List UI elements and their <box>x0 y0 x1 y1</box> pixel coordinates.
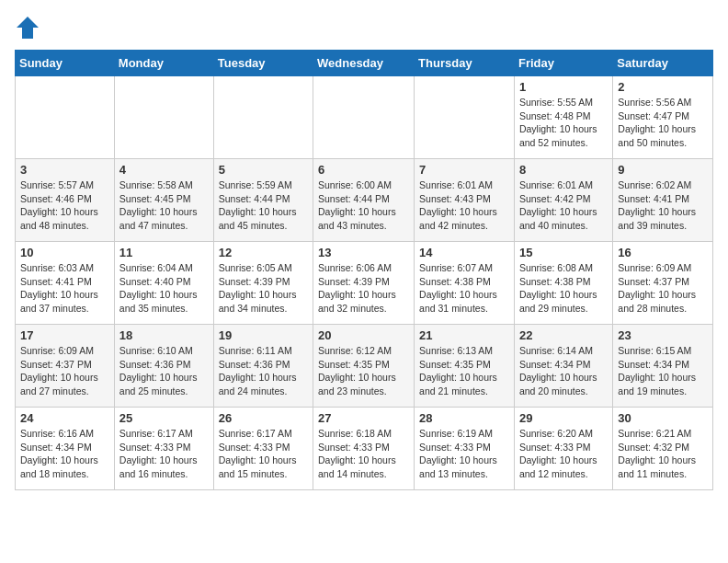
day-info: Sunrise: 6:12 AM Sunset: 4:35 PM Dayligh… <box>318 344 409 398</box>
calendar-cell <box>114 76 213 159</box>
day-number: 2 <box>618 80 708 94</box>
day-info: Sunrise: 5:56 AM Sunset: 4:47 PM Dayligh… <box>618 96 708 150</box>
calendar-cell <box>415 76 515 159</box>
weekday-header-row: SundayMondayTuesdayWednesdayThursdayFrid… <box>16 51 713 76</box>
day-info: Sunrise: 5:58 AM Sunset: 4:45 PM Dayligh… <box>119 178 209 233</box>
calendar-cell: 12Sunrise: 6:05 AM Sunset: 4:39 PM Dayli… <box>213 242 313 325</box>
weekday-header-thursday: Thursday <box>415 51 515 76</box>
calendar-cell: 25Sunrise: 6:17 AM Sunset: 4:33 PM Dayli… <box>114 408 213 490</box>
day-info: Sunrise: 5:55 AM Sunset: 4:48 PM Dayligh… <box>519 96 608 150</box>
day-info: Sunrise: 6:08 AM Sunset: 4:38 PM Dayligh… <box>519 261 608 316</box>
calendar-cell: 8Sunrise: 6:01 AM Sunset: 4:42 PM Daylig… <box>514 159 612 242</box>
calendar-cell <box>213 76 313 159</box>
week-row-4: 17Sunrise: 6:09 AM Sunset: 4:37 PM Dayli… <box>16 325 713 408</box>
day-info: Sunrise: 6:18 AM Sunset: 4:33 PM Dayligh… <box>318 427 409 481</box>
weekday-header-saturday: Saturday <box>613 51 713 76</box>
day-info: Sunrise: 6:07 AM Sunset: 4:38 PM Dayligh… <box>419 261 509 316</box>
day-info: Sunrise: 6:17 AM Sunset: 4:33 PM Dayligh… <box>119 427 209 481</box>
day-info: Sunrise: 6:06 AM Sunset: 4:39 PM Dayligh… <box>318 261 409 316</box>
calendar-cell: 7Sunrise: 6:01 AM Sunset: 4:43 PM Daylig… <box>415 159 515 242</box>
logo <box>15 15 44 40</box>
day-number: 22 <box>519 328 608 342</box>
day-info: Sunrise: 6:03 AM Sunset: 4:41 PM Dayligh… <box>20 261 109 316</box>
day-number: 17 <box>20 328 109 342</box>
day-number: 10 <box>20 246 109 259</box>
day-info: Sunrise: 6:14 AM Sunset: 4:34 PM Dayligh… <box>519 344 608 398</box>
calendar-cell: 24Sunrise: 6:16 AM Sunset: 4:34 PM Dayli… <box>16 408 115 490</box>
day-info: Sunrise: 6:19 AM Sunset: 4:33 PM Dayligh… <box>419 427 509 481</box>
weekday-header-friday: Friday <box>514 51 612 76</box>
header <box>15 15 713 40</box>
calendar-cell: 18Sunrise: 6:10 AM Sunset: 4:36 PM Dayli… <box>114 325 213 408</box>
day-number: 24 <box>20 411 109 425</box>
day-number: 3 <box>20 163 109 177</box>
calendar-cell: 6Sunrise: 6:00 AM Sunset: 4:44 PM Daylig… <box>313 159 415 242</box>
calendar-cell: 9Sunrise: 6:02 AM Sunset: 4:41 PM Daylig… <box>613 159 713 242</box>
day-info: Sunrise: 6:16 AM Sunset: 4:34 PM Dayligh… <box>20 427 109 481</box>
day-info: Sunrise: 6:00 AM Sunset: 4:44 PM Dayligh… <box>318 178 409 233</box>
calendar-cell: 20Sunrise: 6:12 AM Sunset: 4:35 PM Dayli… <box>313 325 415 408</box>
calendar-cell: 16Sunrise: 6:09 AM Sunset: 4:37 PM Dayli… <box>613 242 713 325</box>
day-info: Sunrise: 6:09 AM Sunset: 4:37 PM Dayligh… <box>618 261 708 316</box>
calendar-cell: 4Sunrise: 5:58 AM Sunset: 4:45 PM Daylig… <box>114 159 213 242</box>
calendar-cell: 2Sunrise: 5:56 AM Sunset: 4:47 PM Daylig… <box>613 76 713 159</box>
day-info: Sunrise: 6:13 AM Sunset: 4:35 PM Dayligh… <box>419 344 509 398</box>
day-number: 28 <box>419 411 509 425</box>
day-info: Sunrise: 6:05 AM Sunset: 4:39 PM Dayligh… <box>219 261 308 316</box>
calendar-cell: 28Sunrise: 6:19 AM Sunset: 4:33 PM Dayli… <box>415 408 515 490</box>
svg-marker-0 <box>17 17 39 39</box>
calendar-cell: 26Sunrise: 6:17 AM Sunset: 4:33 PM Dayli… <box>213 408 313 490</box>
calendar-cell: 14Sunrise: 6:07 AM Sunset: 4:38 PM Dayli… <box>415 242 515 325</box>
week-row-3: 10Sunrise: 6:03 AM Sunset: 4:41 PM Dayli… <box>16 242 713 325</box>
calendar-cell: 19Sunrise: 6:11 AM Sunset: 4:36 PM Dayli… <box>213 325 313 408</box>
day-info: Sunrise: 6:20 AM Sunset: 4:33 PM Dayligh… <box>519 427 608 481</box>
day-number: 5 <box>219 163 308 177</box>
day-info: Sunrise: 5:57 AM Sunset: 4:46 PM Dayligh… <box>20 178 109 233</box>
calendar-cell: 1Sunrise: 5:55 AM Sunset: 4:48 PM Daylig… <box>514 76 612 159</box>
day-number: 27 <box>318 411 409 425</box>
calendar-cell <box>313 76 415 159</box>
day-number: 15 <box>519 246 608 259</box>
day-number: 4 <box>119 163 209 177</box>
day-number: 23 <box>618 328 708 342</box>
calendar-cell: 10Sunrise: 6:03 AM Sunset: 4:41 PM Dayli… <box>16 242 115 325</box>
day-info: Sunrise: 6:02 AM Sunset: 4:41 PM Dayligh… <box>618 178 708 233</box>
day-number: 25 <box>119 411 209 425</box>
day-number: 18 <box>119 328 209 342</box>
day-number: 12 <box>219 246 308 259</box>
day-number: 26 <box>219 411 308 425</box>
weekday-header-wednesday: Wednesday <box>313 51 415 76</box>
day-number: 29 <box>519 411 608 425</box>
day-number: 20 <box>318 328 409 342</box>
calendar-cell: 29Sunrise: 6:20 AM Sunset: 4:33 PM Dayli… <box>514 408 612 490</box>
day-number: 11 <box>119 246 209 259</box>
day-number: 30 <box>618 411 708 425</box>
day-number: 6 <box>318 163 409 177</box>
day-number: 16 <box>618 246 708 259</box>
day-info: Sunrise: 6:01 AM Sunset: 4:42 PM Dayligh… <box>519 178 608 233</box>
logo-icon <box>15 15 40 40</box>
day-number: 13 <box>318 246 409 259</box>
calendar-cell: 13Sunrise: 6:06 AM Sunset: 4:39 PM Dayli… <box>313 242 415 325</box>
day-info: Sunrise: 6:10 AM Sunset: 4:36 PM Dayligh… <box>119 344 209 398</box>
calendar-cell: 27Sunrise: 6:18 AM Sunset: 4:33 PM Dayli… <box>313 408 415 490</box>
calendar-cell <box>16 76 115 159</box>
week-row-1: 1Sunrise: 5:55 AM Sunset: 4:48 PM Daylig… <box>16 76 713 159</box>
weekday-header-tuesday: Tuesday <box>213 51 313 76</box>
calendar-table: SundayMondayTuesdayWednesdayThursdayFrid… <box>15 50 713 490</box>
calendar-cell: 23Sunrise: 6:15 AM Sunset: 4:34 PM Dayli… <box>613 325 713 408</box>
calendar-cell: 15Sunrise: 6:08 AM Sunset: 4:38 PM Dayli… <box>514 242 612 325</box>
day-info: Sunrise: 6:15 AM Sunset: 4:34 PM Dayligh… <box>618 344 708 398</box>
calendar-cell: 30Sunrise: 6:21 AM Sunset: 4:32 PM Dayli… <box>613 408 713 490</box>
day-number: 1 <box>519 80 608 94</box>
calendar-cell: 11Sunrise: 6:04 AM Sunset: 4:40 PM Dayli… <box>114 242 213 325</box>
day-info: Sunrise: 6:09 AM Sunset: 4:37 PM Dayligh… <box>20 344 109 398</box>
day-info: Sunrise: 5:59 AM Sunset: 4:44 PM Dayligh… <box>219 178 308 233</box>
day-info: Sunrise: 6:01 AM Sunset: 4:43 PM Dayligh… <box>419 178 509 233</box>
weekday-header-sunday: Sunday <box>16 51 115 76</box>
weekday-header-monday: Monday <box>114 51 213 76</box>
day-number: 14 <box>419 246 509 259</box>
day-info: Sunrise: 6:11 AM Sunset: 4:36 PM Dayligh… <box>219 344 308 398</box>
day-info: Sunrise: 6:04 AM Sunset: 4:40 PM Dayligh… <box>119 261 209 316</box>
day-number: 8 <box>519 163 608 177</box>
